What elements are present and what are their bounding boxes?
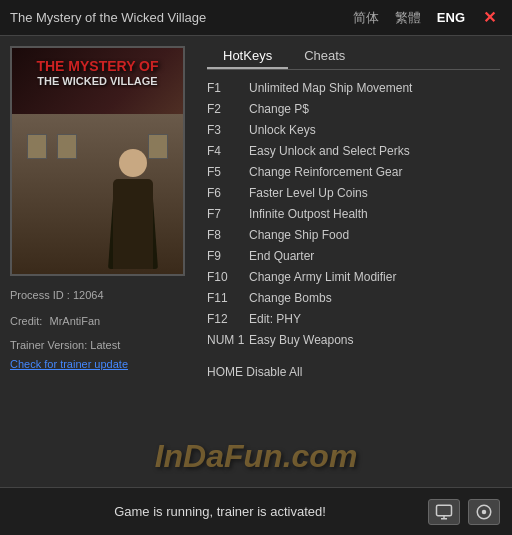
hotkey-item: F3Unlock Keys <box>207 120 500 141</box>
lang-traditional-chinese[interactable]: 繁體 <box>391 7 425 29</box>
hotkey-action: End Quarter <box>249 246 314 267</box>
hotkeys-list: F1Unlimited Map Ship MovementF2Change P$… <box>207 78 500 351</box>
close-button[interactable]: ✕ <box>477 6 502 29</box>
tab-cheats[interactable]: Cheats <box>288 44 361 69</box>
hotkey-item: F8Change Ship Food <box>207 225 500 246</box>
left-panel: THE MYSTERY OF THE WICKED VILLAGE Proces… <box>0 36 195 487</box>
hotkey-key: F9 <box>207 246 245 267</box>
music-icon <box>475 503 493 521</box>
hotkey-key: NUM 1 <box>207 330 245 351</box>
hotkey-item: F10Change Army Limit Modifier <box>207 267 500 288</box>
hotkey-item: F4Easy Unlock and Select Perks <box>207 141 500 162</box>
spacer <box>207 351 500 361</box>
home-disable-all: HOME Disable All <box>207 365 500 379</box>
tab-hotkeys[interactable]: HotKeys <box>207 44 288 69</box>
tab-bar: HotKeys Cheats <box>207 44 500 70</box>
hotkey-key: F4 <box>207 141 245 162</box>
hotkey-action: Change Ship Food <box>249 225 349 246</box>
hotkey-key: F1 <box>207 78 245 99</box>
status-text: Game is running, trainer is activated! <box>12 504 428 519</box>
monk-body <box>113 179 153 269</box>
hotkey-item: F2Change P$ <box>207 99 500 120</box>
monk-head <box>119 149 147 177</box>
hotkey-action: Change Army Limit Modifier <box>249 267 396 288</box>
monitor-button[interactable] <box>428 499 460 525</box>
hotkey-action: Change Bombs <box>249 288 332 309</box>
svg-point-4 <box>482 509 487 514</box>
monk-character <box>103 149 163 269</box>
game-title-overlay: THE MYSTERY OF THE WICKED VILLAGE <box>12 58 183 88</box>
hotkey-item: F6Faster Level Up Coins <box>207 183 500 204</box>
hotkey-key: F10 <box>207 267 245 288</box>
lang-english[interactable]: ENG <box>433 8 469 27</box>
hotkey-key: F5 <box>207 162 245 183</box>
hotkey-item: F5Change Reinforcement Gear <box>207 162 500 183</box>
hotkey-key: F11 <box>207 288 245 309</box>
language-bar: 简体 繁體 ENG ✕ <box>349 6 502 29</box>
hotkey-action: Faster Level Up Coins <box>249 183 368 204</box>
hotkey-action: Change P$ <box>249 99 309 120</box>
hotkey-key: F2 <box>207 99 245 120</box>
game-title-line1: THE MYSTERY OF <box>12 58 183 75</box>
hotkey-key: F7 <box>207 204 245 225</box>
hotkey-action: Change Reinforcement Gear <box>249 162 402 183</box>
credit-value: MrAntiFan <box>49 315 100 327</box>
hotkey-action: Unlock Keys <box>249 120 316 141</box>
title-bar: The Mystery of the Wicked Village 简体 繁體 … <box>0 0 512 36</box>
hotkey-key: F6 <box>207 183 245 204</box>
hotkey-action: Easy Buy Weapons <box>249 330 354 351</box>
hotkey-item: F9End Quarter <box>207 246 500 267</box>
hotkey-key: F3 <box>207 120 245 141</box>
game-title-line2: THE WICKED VILLAGE <box>12 75 183 88</box>
window-decor <box>57 134 77 159</box>
bottom-icons <box>428 499 500 525</box>
main-content: THE MYSTERY OF THE WICKED VILLAGE Proces… <box>0 36 512 487</box>
hotkey-item: F12Edit: PHY <box>207 309 500 330</box>
lang-simplified-chinese[interactable]: 简体 <box>349 7 383 29</box>
credit-key: Credit: <box>10 315 42 327</box>
credit-label: Credit: MrAntiFan <box>10 312 185 332</box>
music-button[interactable] <box>468 499 500 525</box>
window-title: The Mystery of the Wicked Village <box>10 10 349 25</box>
hotkey-key: F8 <box>207 225 245 246</box>
hotkey-action: Easy Unlock and Select Perks <box>249 141 410 162</box>
hotkey-item: F11Change Bombs <box>207 288 500 309</box>
hotkey-key: F12 <box>207 309 245 330</box>
hotkey-item: F1Unlimited Map Ship Movement <box>207 78 500 99</box>
monitor-icon <box>435 503 453 521</box>
trainer-version: Trainer Version: Latest <box>10 336 185 356</box>
right-panel: HotKeys Cheats F1Unlimited Map Ship Move… <box>195 36 512 487</box>
hotkey-item: F7Infinite Outpost Health <box>207 204 500 225</box>
process-id: Process ID : 12064 <box>10 286 185 306</box>
svg-rect-0 <box>437 505 452 516</box>
hotkey-item: NUM 1Easy Buy Weapons <box>207 330 500 351</box>
window-decor <box>27 134 47 159</box>
hotkey-action: Infinite Outpost Health <box>249 204 368 225</box>
game-cover-image: THE MYSTERY OF THE WICKED VILLAGE <box>10 46 185 276</box>
bottom-bar: Game is running, trainer is activated! <box>0 487 512 535</box>
hotkey-action: Unlimited Map Ship Movement <box>249 78 412 99</box>
check-update-link[interactable]: Check for trainer update <box>10 358 128 370</box>
hotkey-action: Edit: PHY <box>249 309 301 330</box>
process-info: Process ID : 12064 Credit: MrAntiFan Tra… <box>10 286 185 375</box>
